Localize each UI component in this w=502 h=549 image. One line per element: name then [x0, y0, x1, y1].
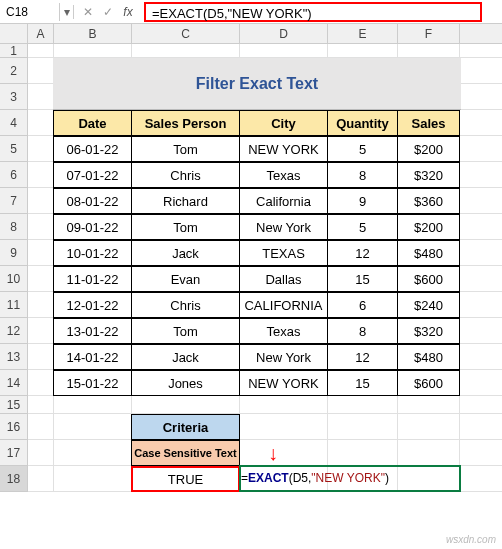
td[interactable]: Texas — [239, 318, 328, 344]
td[interactable]: 14-01-22 — [53, 344, 132, 370]
td[interactable]: $360 — [397, 188, 460, 214]
td[interactable]: Chris — [131, 162, 240, 188]
cancel-icon[interactable]: ✕ — [78, 5, 98, 19]
row-header[interactable]: 13 — [0, 344, 28, 370]
td[interactable]: $320 — [397, 162, 460, 188]
td[interactable]: Jack — [131, 344, 240, 370]
td[interactable]: $600 — [397, 266, 460, 292]
td[interactable]: $320 — [397, 318, 460, 344]
row-header[interactable]: 1 — [0, 44, 28, 58]
td[interactable]: $480 — [397, 240, 460, 266]
row-header[interactable]: 6 — [0, 162, 28, 188]
td[interactable]: 08-01-22 — [53, 188, 132, 214]
criteria-h2[interactable]: Case Sensitive Text — [131, 440, 240, 466]
selection-box — [239, 465, 461, 492]
td[interactable]: Jones — [131, 370, 240, 396]
col-header-E[interactable]: E — [328, 24, 398, 43]
td[interactable]: 6 — [327, 292, 398, 318]
row-header[interactable]: 17 — [0, 440, 28, 466]
row-header[interactable]: 18 — [0, 466, 28, 492]
td[interactable]: 15-01-22 — [53, 370, 132, 396]
row-header[interactable]: 9 — [0, 240, 28, 266]
title-cell[interactable]: Filter Exact Text — [53, 58, 461, 110]
td[interactable]: 15 — [327, 370, 398, 396]
td[interactable]: California — [239, 188, 328, 214]
col-header-A[interactable]: A — [28, 24, 54, 43]
th-qty[interactable]: Quantity — [327, 110, 398, 136]
row-header[interactable]: 12 — [0, 318, 28, 344]
row-header[interactable]: 14 — [0, 370, 28, 396]
watermark: wsxdn.com — [446, 534, 496, 545]
td[interactable]: 8 — [327, 318, 398, 344]
td[interactable]: 12-01-22 — [53, 292, 132, 318]
td[interactable]: NEW YORK — [239, 136, 328, 162]
td[interactable]: $200 — [397, 136, 460, 162]
td[interactable]: 10-01-22 — [53, 240, 132, 266]
row-header[interactable]: 15 — [0, 396, 28, 414]
td[interactable]: Tom — [131, 214, 240, 240]
criteria-h1[interactable]: Criteria — [131, 414, 240, 440]
td[interactable]: 5 — [327, 214, 398, 240]
td[interactable]: New York — [239, 344, 328, 370]
fx-icon[interactable]: fx — [118, 5, 138, 19]
td[interactable]: Tom — [131, 318, 240, 344]
row-header[interactable]: 11 — [0, 292, 28, 318]
td[interactable]: Texas — [239, 162, 328, 188]
name-box-dropdown-icon[interactable]: ▾ — [60, 5, 74, 19]
td[interactable]: Evan — [131, 266, 240, 292]
name-box[interactable]: C18 — [0, 3, 60, 21]
td[interactable]: 8 — [327, 162, 398, 188]
td[interactable]: $240 — [397, 292, 460, 318]
grid-area[interactable]: Filter Exact Text Date Sales Person City… — [28, 44, 502, 492]
select-all[interactable] — [0, 24, 28, 43]
td[interactable]: 9 — [327, 188, 398, 214]
td[interactable]: Dallas — [239, 266, 328, 292]
th-city[interactable]: City — [239, 110, 328, 136]
td[interactable]: Richard — [131, 188, 240, 214]
row-header[interactable]: 8 — [0, 214, 28, 240]
th-sales[interactable]: Sales — [397, 110, 460, 136]
td[interactable]: 11-01-22 — [53, 266, 132, 292]
row-header[interactable]: 16 — [0, 414, 28, 440]
td[interactable]: NEW YORK — [239, 370, 328, 396]
td[interactable]: TEXAS — [239, 240, 328, 266]
td[interactable]: Chris — [131, 292, 240, 318]
col-header-C[interactable]: C — [132, 24, 240, 43]
td[interactable]: 06-01-22 — [53, 136, 132, 162]
th-date[interactable]: Date — [53, 110, 132, 136]
td[interactable]: $480 — [397, 344, 460, 370]
td[interactable]: $200 — [397, 214, 460, 240]
td[interactable]: 12 — [327, 344, 398, 370]
td[interactable]: 13-01-22 — [53, 318, 132, 344]
td[interactable]: $600 — [397, 370, 460, 396]
arrow-down-icon: ↓ — [268, 442, 278, 465]
td[interactable]: 5 — [327, 136, 398, 162]
row-header[interactable]: 7 — [0, 188, 28, 214]
row-header[interactable]: 10 — [0, 266, 28, 292]
col-header-D[interactable]: D — [240, 24, 328, 43]
th-sp[interactable]: Sales Person — [131, 110, 240, 136]
row-header[interactable]: 5 — [0, 136, 28, 162]
criteria-value[interactable]: TRUE — [131, 466, 240, 492]
td[interactable]: Tom — [131, 136, 240, 162]
col-header-F[interactable]: F — [398, 24, 460, 43]
td[interactable]: New York — [239, 214, 328, 240]
row-header[interactable]: 3 — [0, 84, 28, 110]
td[interactable]: Jack — [131, 240, 240, 266]
td[interactable]: CALIFORNIA — [239, 292, 328, 318]
col-header-B[interactable]: B — [54, 24, 132, 43]
row-header[interactable]: 2 — [0, 58, 28, 84]
td[interactable]: 15 — [327, 266, 398, 292]
td[interactable]: 12 — [327, 240, 398, 266]
td[interactable]: 07-01-22 — [53, 162, 132, 188]
td[interactable]: 09-01-22 — [53, 214, 132, 240]
row-header[interactable]: 4 — [0, 110, 28, 136]
enter-icon[interactable]: ✓ — [98, 5, 118, 19]
formula-input[interactable]: =EXACT(D5,"NEW YORK") — [144, 2, 482, 22]
